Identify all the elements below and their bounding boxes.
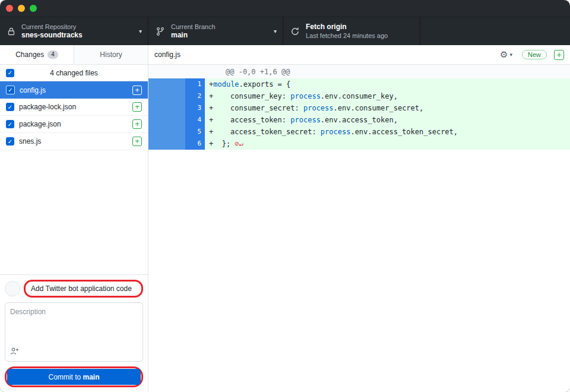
fetch-sublabel: Last fetched 24 minutes ago [306, 31, 414, 40]
commit-description-input[interactable] [5, 303, 142, 344]
diff-line-content: + access_token: process.env.access_token… [205, 114, 570, 126]
diff-line-content: + access_token_secret: process.env.acces… [205, 126, 570, 138]
sidebar: Changes 4 History ✓ 4 changed files ✓ co… [0, 45, 148, 392]
main-area: Changes 4 History ✓ 4 changed files ✓ co… [0, 45, 570, 392]
check-icon: ✓ [8, 104, 12, 110]
zoom-button[interactable] [30, 5, 37, 12]
changes-count-badge: 4 [48, 50, 58, 59]
repository-label: Current Repository [21, 23, 134, 31]
add-coauthor-icon[interactable] [10, 347, 19, 358]
check-icon: ✓ [8, 121, 12, 128]
diff-file-name: config.js [154, 50, 500, 59]
branch-label: Current Branch [171, 23, 269, 31]
diff-line-content: + consumer_secret: process.env.consumer_… [205, 102, 570, 114]
sync-icon [290, 27, 300, 36]
changed-files-summary: 4 changed files [14, 69, 134, 77]
diff-line[interactable]: 4 + access_token: process.env.access_tok… [148, 114, 570, 126]
diff-line-number[interactable]: 2 [185, 90, 205, 102]
diff-gutter-old[interactable] [148, 78, 185, 90]
added-status-icon: + [132, 137, 142, 146]
current-branch-button[interactable]: Current Branch main ▾ [148, 17, 283, 45]
file-checkbox[interactable]: ✓ [6, 137, 14, 146]
check-icon: ✓ [8, 138, 12, 145]
diff-line[interactable]: 6 + }; ⊘↵ [148, 138, 570, 150]
tab-changes-label: Changes [15, 50, 44, 59]
titlebar [0, 0, 570, 17]
fetch-text: Fetch origin Last fetched 24 minutes ago [306, 23, 414, 40]
diff-gutter-old[interactable] [148, 114, 185, 126]
sidebar-empty-space [0, 150, 148, 274]
tab-history[interactable]: History [74, 45, 148, 64]
chevron-down-icon: ▾ [509, 52, 512, 58]
current-repository-button[interactable]: Current Repository snes-soundtracks ▾ [0, 17, 148, 45]
commit-button-branch: main [83, 373, 100, 381]
file-row-package-lock-json[interactable]: ✓ package-lock.json + [0, 99, 148, 116]
chevron-down-icon: ▾ [139, 28, 142, 34]
annotation-summary-highlight [24, 280, 143, 298]
fetch-label: Fetch origin [306, 23, 414, 32]
diff-line[interactable]: 1 +module.exports = { [148, 78, 570, 90]
avatar [5, 281, 20, 296]
app-window: Current Repository snes-soundtracks ▾ Cu… [0, 0, 570, 392]
diff-pane: config.js ⚙ ▾ New + @@ -0,0 +1,6 @@ 1 +m… [148, 45, 570, 392]
file-checkbox[interactable]: ✓ [6, 103, 14, 111]
annotation-commit-highlight: Commit to main [5, 366, 143, 387]
gear-icon: ⚙ [500, 49, 508, 60]
diff-gutter-old[interactable] [148, 90, 185, 102]
diff-gutter-old[interactable] [148, 102, 185, 114]
diff-line-content: +module.exports = { [205, 78, 570, 90]
diff-options-button[interactable]: ⚙ ▾ [500, 49, 512, 60]
tab-history-label: History [100, 50, 122, 59]
commit-button[interactable]: Commit to main [7, 369, 141, 385]
commit-button-prefix: Commit to [48, 373, 83, 381]
added-file-icon: + [554, 50, 564, 60]
new-file-badge: New [522, 50, 547, 59]
branch-name: main [171, 31, 269, 40]
commit-summary-row [5, 280, 143, 298]
file-row-config-js[interactable]: ✓ config.js + [0, 81, 148, 99]
file-name: package-lock.json [19, 103, 128, 111]
added-status-icon: + [132, 102, 142, 112]
commit-description-box [5, 302, 143, 362]
repository-text: Current Repository snes-soundtracks [21, 23, 134, 40]
check-icon: ✓ [8, 87, 12, 93]
diff-gutter-old[interactable] [148, 126, 185, 138]
branch-icon [156, 27, 165, 36]
lock-icon [7, 27, 15, 36]
file-row-package-json[interactable]: ✓ package.json + [0, 116, 148, 133]
diff-line[interactable]: 3 + consumer_secret: process.env.consume… [148, 102, 570, 114]
diff-gutter-old[interactable] [148, 138, 185, 150]
changed-files-header: ✓ 4 changed files [0, 65, 148, 81]
diff-line-content: + consumer_key: process.env.consumer_key… [205, 90, 570, 102]
fetch-origin-button[interactable]: Fetch origin Last fetched 24 minutes ago [283, 17, 420, 45]
commit-area: Commit to main [0, 274, 148, 392]
diff-line-number[interactable]: 4 [185, 114, 205, 126]
tab-changes[interactable]: Changes 4 [0, 45, 74, 64]
file-row-snes-js[interactable]: ✓ snes.js + [0, 133, 148, 150]
diff-line[interactable]: 2 + consumer_key: process.env.consumer_k… [148, 90, 570, 102]
file-name: config.js [20, 86, 128, 94]
file-name: package.json [19, 120, 128, 128]
toolbar: Current Repository snes-soundtracks ▾ Cu… [0, 17, 570, 45]
diff-line-content: + }; ⊘↵ [205, 138, 570, 150]
diff-body: @@ -0,0 +1,6 @@ 1 +module.exports = { 2 … [148, 65, 570, 392]
diff-line-number[interactable]: 1 [185, 78, 205, 90]
diff-line-number[interactable]: 6 [185, 138, 205, 150]
sidebar-tabs: Changes 4 History [0, 45, 148, 65]
file-checkbox[interactable]: ✓ [6, 86, 15, 94]
commit-summary-input[interactable] [26, 282, 141, 295]
diff-line-number[interactable]: 5 [185, 126, 205, 138]
select-all-checkbox[interactable]: ✓ [6, 69, 14, 77]
minimize-button[interactable] [18, 5, 25, 12]
added-status-icon: + [132, 86, 142, 95]
added-status-icon: + [132, 119, 142, 129]
file-checkbox[interactable]: ✓ [6, 120, 14, 128]
branch-text: Current Branch main [171, 23, 269, 40]
diff-line-number[interactable]: 3 [185, 102, 205, 114]
check-icon: ✓ [8, 69, 12, 76]
diff-line[interactable]: 5 + access_token_secret: process.env.acc… [148, 126, 570, 138]
diff-header: config.js ⚙ ▾ New + [148, 45, 570, 65]
close-button[interactable] [6, 5, 13, 12]
hunk-header: @@ -0,0 +1,6 @@ [148, 65, 570, 78]
repository-name: snes-soundtracks [21, 31, 134, 40]
